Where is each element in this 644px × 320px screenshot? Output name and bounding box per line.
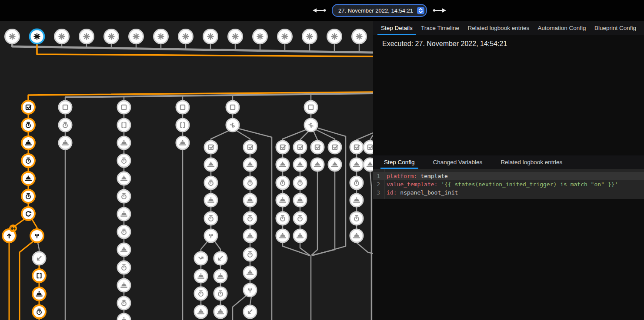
trace-node-asterisk[interactable] [5, 30, 20, 44]
tab-step-details[interactable]: Step Details [379, 21, 414, 35]
trace-node-service[interactable] [350, 194, 363, 207]
trace-node-asterisk[interactable] [30, 30, 44, 44]
trace-node-brackets[interactable] [33, 269, 46, 282]
trace-node-service[interactable] [117, 172, 130, 185]
tab-blueprint-config[interactable]: Blueprint Config [593, 21, 638, 35]
trace-node-asterisk[interactable] [154, 30, 168, 44]
trace-node-timer[interactable] [294, 176, 307, 189]
trace-node-decision[interactable] [226, 119, 239, 132]
trace-node-call-split[interactable] [204, 229, 217, 242]
trace-node-checkbox[interactable] [276, 141, 289, 154]
trace-node-call-split[interactable] [244, 284, 257, 297]
trace-node-checkbox[interactable] [311, 141, 324, 154]
trace-node-timer[interactable] [22, 190, 35, 203]
trace-node-checkbox[interactable] [244, 141, 257, 154]
trace-node-call-received[interactable] [33, 252, 46, 265]
trace-node-timer[interactable] [117, 225, 130, 238]
trace-node-service[interactable] [204, 158, 217, 171]
trace-node-square[interactable] [304, 101, 317, 114]
trace-node-timer[interactable] [117, 190, 130, 203]
trace-node-timer[interactable] [244, 248, 257, 261]
trace-node-timer[interactable] [117, 261, 130, 274]
trace-node-service[interactable] [350, 158, 363, 171]
trace-node-asterisk[interactable] [253, 30, 267, 44]
trace-node-square[interactable] [117, 101, 130, 114]
trace-node-service[interactable] [244, 158, 257, 171]
trace-node-asterisk[interactable] [327, 30, 342, 44]
trace-node-call-split[interactable] [30, 229, 43, 242]
tab-step-config[interactable]: Step Config [382, 155, 417, 169]
trace-node-timer[interactable] [22, 119, 35, 132]
trace-node-service[interactable] [117, 279, 130, 292]
tab-changed-variables[interactable]: Changed Variables [431, 155, 484, 169]
trace-node-decision[interactable] [304, 119, 317, 132]
trace-node-asterisk[interactable] [129, 30, 143, 44]
trace-node-asterisk[interactable] [80, 30, 94, 44]
trace-node-call-received[interactable] [214, 252, 227, 265]
trace-node-service[interactable] [244, 194, 257, 207]
trace-node-square[interactable] [226, 101, 239, 114]
previous-run-arrow-icon[interactable] [312, 7, 326, 13]
trace-node-repeat[interactable] [22, 207, 35, 220]
trace-node-asterisk[interactable] [179, 30, 193, 44]
trace-node-brackets[interactable] [117, 119, 130, 132]
trace-node-timer[interactable] [244, 212, 257, 225]
trace-node-timer[interactable] [276, 176, 289, 189]
trace-node-square[interactable] [59, 101, 72, 114]
trace-node-call-received[interactable] [244, 305, 257, 318]
trace-node-service[interactable] [194, 270, 207, 283]
tab-automation-config[interactable]: Automation Config [536, 21, 588, 35]
trace-node-checkbox[interactable] [294, 141, 307, 154]
trace-node-timer[interactable] [22, 154, 35, 167]
trace-node-service[interactable] [364, 158, 373, 171]
trace-node-timer[interactable] [194, 287, 207, 300]
trace-node-service[interactable] [194, 305, 207, 318]
trace-node-service[interactable] [350, 229, 363, 242]
trace-node-timer[interactable] [117, 297, 130, 310]
trace-node-asterisk[interactable] [104, 30, 119, 44]
trace-node-asterisk[interactable] [303, 30, 317, 44]
trace-node-service[interactable] [328, 158, 341, 171]
tab-trace-timeline[interactable]: Trace Timeline [419, 21, 461, 35]
trace-node-service[interactable] [276, 194, 289, 207]
trace-node-call-missed[interactable] [194, 252, 207, 265]
tab-related-logbook-entries[interactable]: Related logbook entries [499, 155, 564, 169]
tab-related-logbook-entries[interactable]: Related logbook entries [466, 21, 531, 35]
trace-node-checkbox[interactable] [328, 141, 341, 154]
trace-node-brackets[interactable] [176, 119, 189, 132]
trace-graph-canvas[interactable]: 9+ [0, 21, 373, 320]
trace-node-service[interactable] [59, 136, 72, 149]
trace-node-asterisk[interactable] [352, 30, 367, 44]
trace-node-checkbox[interactable] [364, 141, 373, 154]
trace-node-square[interactable] [176, 101, 189, 114]
trace-node-asterisk[interactable] [228, 30, 243, 44]
trace-node-timer[interactable] [276, 212, 289, 225]
trace-node-checkbox[interactable] [204, 141, 217, 154]
trace-node-service[interactable] [33, 287, 46, 300]
trace-node-service[interactable] [276, 229, 289, 242]
trace-node-checkbox[interactable] [350, 141, 363, 154]
trace-node-timer[interactable] [214, 287, 227, 300]
trace-node-service[interactable] [22, 172, 35, 185]
trace-node-service[interactable] [117, 313, 130, 320]
trace-node-service[interactable] [176, 136, 189, 149]
trace-node-timer[interactable] [33, 305, 46, 318]
trace-node-service[interactable] [294, 194, 307, 207]
trace-node-timer[interactable] [350, 212, 363, 225]
trace-node-service[interactable] [311, 158, 324, 171]
trace-node-service[interactable] [276, 158, 289, 171]
trace-node-timer[interactable] [204, 176, 217, 189]
trace-node-service[interactable] [204, 194, 217, 207]
trace-node-asterisk[interactable] [55, 30, 69, 44]
trace-node-checkbox[interactable] [22, 101, 35, 114]
trace-node-service[interactable] [117, 208, 130, 221]
trace-node-service[interactable] [294, 229, 307, 242]
trace-node-service[interactable] [214, 270, 227, 283]
trace-node-timer[interactable] [294, 212, 307, 225]
trace-node-timer[interactable] [59, 119, 72, 132]
trace-node-service[interactable] [117, 243, 130, 256]
next-run-arrow-icon[interactable] [433, 7, 447, 13]
trace-node-timer[interactable] [117, 154, 130, 167]
trace-node-asterisk[interactable] [204, 30, 218, 44]
trace-node-service[interactable] [244, 229, 257, 242]
